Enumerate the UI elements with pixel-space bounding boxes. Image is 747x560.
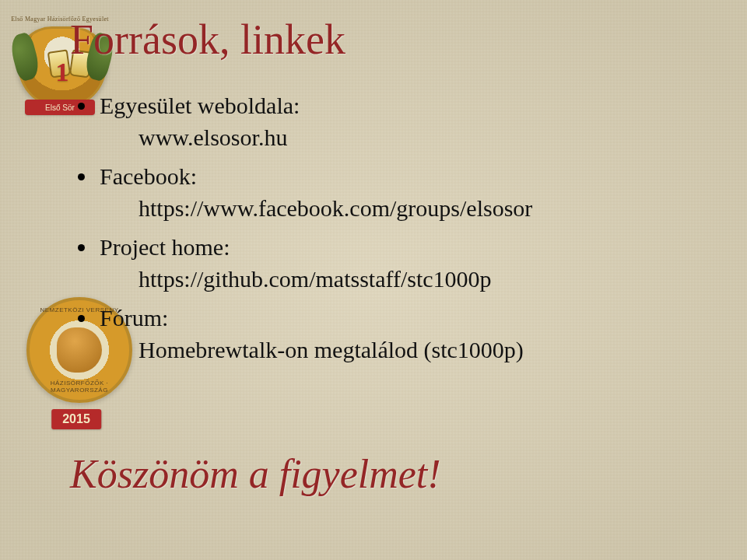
bullet-sub: https://github.com/matsstaff/stc1000p <box>100 264 700 296</box>
bullet-label: Fórum: <box>100 305 168 331</box>
bullet-sub: https://www.facebook.com/groups/elsosor <box>100 193 700 225</box>
list-item: Egyesület weboldala: www.elsosor.hu <box>100 90 700 153</box>
bullet-label: Egyesület weboldala: <box>100 93 300 118</box>
closing-line: Köszönöm a figyelmet! <box>70 451 441 497</box>
seal-text-bottom: HÁZISÖRFŐZŐK · MAGYARORSZÁG <box>30 380 129 394</box>
list-item: Facebook: https://www.facebook.com/group… <box>100 161 700 224</box>
bullet-sub: Homebrewtalk-on megtalálod (stc1000p) <box>100 334 700 366</box>
bullet-sub: www.elsosor.hu <box>100 122 700 154</box>
slide-title: Források, linkek <box>70 16 700 64</box>
bullet-label: Project home: <box>100 234 230 260</box>
list-item: Fórum: Homebrewtalk-on megtalálod (stc10… <box>100 303 700 366</box>
badge-number: 1 <box>56 58 69 87</box>
bullet-label: Facebook: <box>100 163 197 189</box>
list-item: Project home: https://github.com/matssta… <box>100 232 700 295</box>
year-badge: 2015 <box>51 409 101 429</box>
bullet-list: Egyesület weboldala: www.elsosor.hu Face… <box>70 90 700 366</box>
slide-content: Források, linkek Egyesület weboldala: ww… <box>70 16 700 373</box>
